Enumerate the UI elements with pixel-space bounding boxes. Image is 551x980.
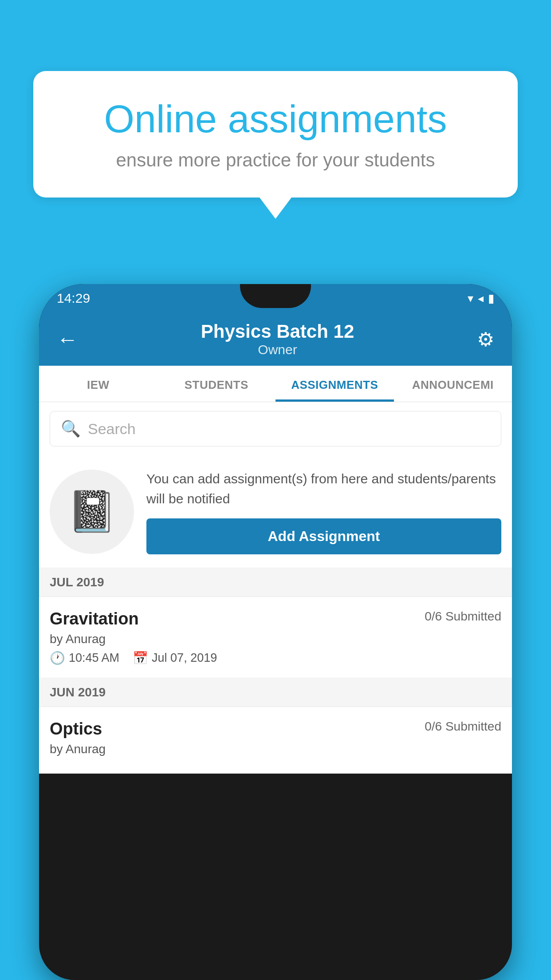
- promo-section: 📓 You can add assignment(s) from here an…: [39, 455, 512, 568]
- status-icons: ▾ ◂ ▮: [468, 292, 494, 305]
- signal-icon: ◂: [478, 292, 484, 305]
- speech-bubble-container: Online assignments ensure more practice …: [33, 71, 518, 219]
- section-jul-2019: JUL 2019: [39, 568, 512, 597]
- tab-bar: IEW STUDENTS ASSIGNMENTS ANNOUNCEMI: [39, 366, 512, 402]
- assignment-meta-gravitation: 🕐 10:45 AM 📅 Jul 07, 2019: [50, 651, 501, 665]
- assignment-by-optics: by Anurag: [50, 742, 501, 756]
- assignment-name-gravitation: Gravitation: [50, 609, 139, 628]
- status-bar: 14:29 ▾ ◂ ▮: [39, 284, 512, 312]
- search-bar[interactable]: 🔍 Search: [50, 411, 501, 447]
- search-placeholder: Search: [88, 420, 136, 438]
- promo-icon-circle: 📓: [50, 470, 134, 554]
- settings-button[interactable]: ⚙: [477, 328, 494, 351]
- assignment-row-top-optics: Optics 0/6 Submitted: [50, 719, 501, 739]
- notebook-icon: 📓: [67, 488, 117, 535]
- assignment-date: Jul 07, 2019: [152, 651, 217, 665]
- search-icon: 🔍: [61, 419, 81, 438]
- tab-assignments[interactable]: ASSIGNMENTS: [276, 366, 394, 402]
- assignment-time-item: 🕐 10:45 AM: [50, 651, 119, 665]
- promo-text-area: You can add assignment(s) from here and …: [146, 469, 501, 554]
- header-title-container: Physics Batch 12 Owner: [201, 321, 354, 357]
- speech-bubble-tail: [260, 198, 291, 219]
- assignment-optics[interactable]: Optics 0/6 Submitted by Anurag: [39, 707, 512, 774]
- tab-announcements[interactable]: ANNOUNCEMI: [394, 366, 512, 402]
- assignment-row-top: Gravitation 0/6 Submitted: [50, 609, 501, 628]
- bubble-subtitle: ensure more practice for your students: [64, 150, 487, 171]
- section-jun-2019: JUN 2019: [39, 678, 512, 707]
- assignment-time: 10:45 AM: [69, 651, 119, 665]
- status-time: 14:29: [57, 291, 90, 306]
- assignment-name-optics: Optics: [50, 719, 102, 739]
- header-subtitle: Owner: [201, 342, 354, 357]
- notch: [240, 284, 311, 308]
- search-bar-container: 🔍 Search: [39, 402, 512, 455]
- calendar-icon: 📅: [133, 651, 148, 665]
- bubble-title: Online assignments: [64, 98, 487, 141]
- assignment-submitted-optics: 0/6 Submitted: [425, 719, 501, 734]
- clock-icon: 🕐: [50, 651, 65, 665]
- tab-students[interactable]: STUDENTS: [157, 366, 276, 402]
- header-title: Physics Batch 12: [201, 321, 354, 342]
- app-header: ← Physics Batch 12 Owner ⚙: [39, 312, 512, 366]
- back-button[interactable]: ←: [57, 327, 78, 352]
- phone-frame: 14:29 ▾ ◂ ▮ ← Physics Batch 12 Owner ⚙ I…: [39, 284, 512, 980]
- assignment-date-item: 📅 Jul 07, 2019: [133, 651, 217, 665]
- tab-iew[interactable]: IEW: [39, 366, 157, 402]
- assignment-gravitation[interactable]: Gravitation 0/6 Submitted by Anurag 🕐 10…: [39, 597, 512, 678]
- add-assignment-button[interactable]: Add Assignment: [146, 518, 501, 554]
- speech-bubble: Online assignments ensure more practice …: [33, 71, 518, 198]
- promo-description: You can add assignment(s) from here and …: [146, 469, 501, 509]
- battery-icon: ▮: [488, 292, 494, 305]
- assignment-by-gravitation: by Anurag: [50, 632, 501, 646]
- phone-content: 🔍 Search 📓 You can add assignment(s) fro…: [39, 402, 512, 774]
- wifi-icon: ▾: [468, 292, 473, 305]
- assignment-submitted-gravitation: 0/6 Submitted: [425, 609, 501, 624]
